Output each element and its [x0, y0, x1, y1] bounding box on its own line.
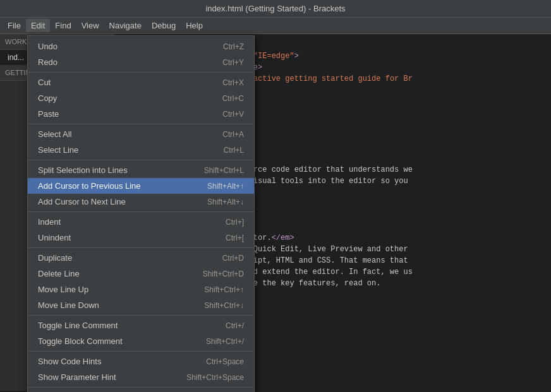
- title-text: index.html (Getting Started) - Brackets: [205, 4, 345, 13]
- separator: [28, 315, 254, 316]
- menu-item-delete-line[interactable]: Delete Line Shift+Ctrl+D: [28, 266, 254, 282]
- menu-item-add-cursor-prev[interactable]: Add Cursor to Previous Line Shift+Alt+↑: [28, 178, 254, 194]
- separator: [28, 387, 254, 388]
- menu-item-cut-label: Cut: [38, 78, 51, 87]
- menu-item-move-line-down-label: Move Line Down: [38, 300, 99, 310]
- menu-item-show-param-hint-label: Show Parameter Hint: [38, 372, 116, 382]
- menu-view[interactable]: View: [76, 19, 104, 32]
- menu-item-cut[interactable]: Cut Ctrl+X: [28, 74, 254, 90]
- edit-menu-dropdown: Undo Ctrl+Z Redo Ctrl+Y Cut Ctrl+X Copy …: [27, 35, 255, 392]
- menu-item-toggle-line-comment-label: Toggle Line Comment: [38, 321, 118, 330]
- menu-edit[interactable]: Edit: [26, 19, 50, 32]
- menu-item-copy[interactable]: Copy Ctrl+C: [28, 90, 254, 106]
- menu-item-add-cursor-next-shortcut: Shift+Alt+↓: [207, 198, 244, 206]
- menu-item-toggle-block-comment[interactable]: Toggle Block Comment Shift+Ctrl+/: [28, 333, 254, 349]
- menu-item-split-selection[interactable]: Split Selection into Lines Shift+Ctrl+L: [28, 162, 254, 178]
- menu-item-unindent-shortcut: Ctrl+[: [226, 234, 244, 242]
- menu-item-unindent[interactable]: Unindent Ctrl+[: [28, 230, 254, 246]
- menu-help[interactable]: Help: [181, 19, 208, 32]
- menu-item-undo[interactable]: Undo Ctrl+Z: [28, 39, 254, 54]
- menu-item-undo-label: Undo: [38, 42, 58, 51]
- menu-item-delete-line-label: Delete Line: [38, 269, 80, 278]
- menu-item-indent[interactable]: Indent Ctrl+]: [28, 214, 254, 230]
- menu-item-toggle-block-comment-label: Toggle Block Comment: [38, 336, 123, 346]
- menu-item-move-line-up-shortcut: Shift+Ctrl+↑: [204, 285, 244, 294]
- menu-item-toggle-line-comment[interactable]: Toggle Line Comment Ctrl+/: [28, 318, 254, 333]
- menu-item-move-line-up[interactable]: Move Line Up Shift+Ctrl+↑: [28, 282, 254, 297]
- menu-file[interactable]: File: [3, 19, 26, 32]
- menu-item-redo-label: Redo: [38, 57, 58, 67]
- menu-navigate[interactable]: Navigate: [104, 19, 147, 32]
- menu-item-duplicate[interactable]: Duplicate Ctrl+D: [28, 250, 254, 266]
- menu-item-paste-shortcut: Ctrl+V: [222, 110, 244, 119]
- menu-item-show-code-hints-label: Show Code Hints: [38, 357, 101, 366]
- separator: [28, 160, 254, 160]
- separator: [28, 351, 254, 352]
- menu-item-add-cursor-next-label: Add Cursor to Next Line: [38, 197, 126, 206]
- menu-item-toggle-line-comment-shortcut: Ctrl+/: [226, 321, 244, 330]
- menu-item-cut-shortcut: Ctrl+X: [222, 78, 244, 87]
- menu-item-redo-shortcut: Ctrl+Y: [222, 58, 244, 67]
- separator: [28, 72, 254, 73]
- menu-item-move-line-down-shortcut: Shift+Ctrl+↓: [204, 301, 244, 310]
- menu-item-select-all-shortcut: Ctrl+A: [222, 130, 244, 139]
- menu-item-split-selection-label: Split Selection into Lines: [38, 165, 128, 175]
- menu-item-indent-label: Indent: [38, 217, 61, 227]
- menu-debug[interactable]: Debug: [147, 19, 181, 32]
- menu-item-select-all-label: Select All: [38, 129, 71, 139]
- menu-item-toggle-block-comment-shortcut: Shift+Ctrl+/: [206, 337, 244, 346]
- menu-item-move-line-down[interactable]: Move Line Down Shift+Ctrl+↓: [28, 297, 254, 313]
- menu-item-auto-close-braces[interactable]: Auto Close Braces: [28, 389, 254, 392]
- menu-item-select-line[interactable]: Select Line Ctrl+L: [28, 142, 254, 158]
- menu-item-copy-label: Copy: [38, 93, 57, 103]
- menu-item-undo-shortcut: Ctrl+Z: [223, 42, 244, 51]
- separator: [28, 247, 254, 248]
- menu-item-show-param-hint[interactable]: Show Parameter Hint Shift+Ctrl+Space: [28, 369, 254, 385]
- menu-item-paste-label: Paste: [38, 109, 59, 119]
- menu-item-add-cursor-prev-label: Add Cursor to Previous Line: [38, 181, 141, 191]
- menu-item-paste[interactable]: Paste Ctrl+V: [28, 106, 254, 122]
- separator: [28, 211, 254, 212]
- menu-item-delete-line-shortcut: Shift+Ctrl+D: [203, 270, 244, 278]
- menu-item-add-cursor-prev-shortcut: Shift+Alt+↑: [207, 182, 244, 191]
- menu-item-unindent-label: Unindent: [38, 233, 71, 242]
- menu-item-show-code-hints[interactable]: Show Code Hints Ctrl+Space: [28, 353, 254, 369]
- menu-find[interactable]: Find: [50, 19, 76, 32]
- menu-item-add-cursor-next[interactable]: Add Cursor to Next Line Shift+Alt+↓: [28, 194, 254, 210]
- menu-item-show-code-hints-shortcut: Ctrl+Space: [206, 357, 244, 366]
- separator: [28, 124, 254, 124]
- menu-item-duplicate-shortcut: Ctrl+D: [222, 254, 244, 263]
- menu-item-duplicate-label: Duplicate: [38, 253, 72, 263]
- title-bar: index.html (Getting Started) - Brackets: [0, 0, 551, 18]
- menu-item-show-param-hint-shortcut: Shift+Ctrl+Space: [186, 373, 244, 382]
- menu-item-select-line-shortcut: Ctrl+L: [224, 146, 244, 155]
- menu-item-move-line-up-label: Move Line Up: [38, 285, 88, 294]
- menu-item-select-all[interactable]: Select All Ctrl+A: [28, 126, 254, 142]
- menu-bar: File Edit Find View Navigate Debug Help: [0, 18, 551, 34]
- menu-item-split-selection-shortcut: Shift+Ctrl+L: [204, 166, 244, 175]
- menu-item-indent-shortcut: Ctrl+]: [226, 218, 244, 227]
- menu-item-copy-shortcut: Ctrl+C: [222, 94, 244, 103]
- menu-item-redo[interactable]: Redo Ctrl+Y: [28, 54, 254, 70]
- menu-item-select-line-label: Select Line: [38, 145, 78, 155]
